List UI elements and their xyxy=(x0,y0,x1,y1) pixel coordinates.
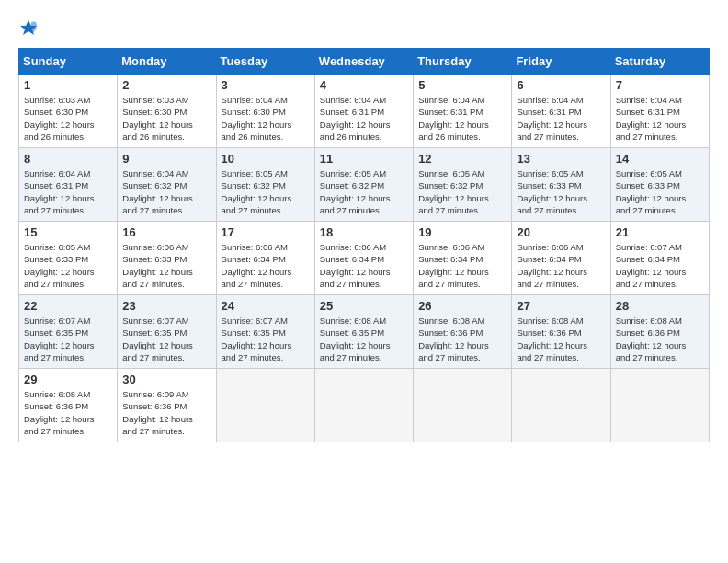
day-cell-27: 27Sunrise: 6:08 AMSunset: 6:36 PMDayligh… xyxy=(512,295,610,369)
day-info: Sunrise: 6:08 AMSunset: 6:36 PMDaylight:… xyxy=(517,315,605,363)
day-cell-9: 9Sunrise: 6:04 AMSunset: 6:32 PMDaylight… xyxy=(118,148,216,222)
day-number: 30 xyxy=(122,373,210,386)
day-info: Sunrise: 6:05 AMSunset: 6:33 PMDaylight:… xyxy=(24,241,112,290)
day-cell-29: 29Sunrise: 6:08 AMSunset: 6:36 PMDayligh… xyxy=(19,369,118,442)
day-number: 6 xyxy=(517,78,605,92)
calendar-table: SundayMondayTuesdayWednesdayThursdayFrid… xyxy=(18,48,710,442)
day-cell-6: 6Sunrise: 6:04 AMSunset: 6:31 PMDaylight… xyxy=(512,75,610,148)
day-info: Sunrise: 6:08 AMSunset: 6:36 PMDaylight:… xyxy=(616,315,704,363)
day-cell-17: 17Sunrise: 6:06 AMSunset: 6:34 PMDayligh… xyxy=(216,222,314,295)
day-cell-3: 3Sunrise: 6:04 AMSunset: 6:30 PMDaylight… xyxy=(216,75,314,148)
day-number: 24 xyxy=(222,299,310,313)
week-row-5: 29Sunrise: 6:08 AMSunset: 6:36 PMDayligh… xyxy=(19,369,710,442)
day-cell-16: 16Sunrise: 6:06 AMSunset: 6:33 PMDayligh… xyxy=(118,222,216,295)
logo-icon xyxy=(18,18,39,39)
empty-cell xyxy=(314,369,413,442)
day-header-sunday: Sunday xyxy=(19,49,118,75)
day-info: Sunrise: 6:04 AMSunset: 6:31 PMDaylight:… xyxy=(24,167,112,216)
day-cell-26: 26Sunrise: 6:08 AMSunset: 6:36 PMDayligh… xyxy=(414,295,512,369)
day-number: 15 xyxy=(24,225,112,239)
day-info: Sunrise: 6:07 AMSunset: 6:34 PMDaylight:… xyxy=(616,241,704,290)
day-number: 5 xyxy=(418,78,506,92)
day-number: 29 xyxy=(24,373,112,386)
day-number: 28 xyxy=(616,299,704,313)
day-info: Sunrise: 6:07 AMSunset: 6:35 PMDaylight:… xyxy=(122,315,210,363)
day-number: 12 xyxy=(418,152,506,166)
calendar-header-row: SundayMondayTuesdayWednesdayThursdayFrid… xyxy=(19,49,710,75)
day-number: 19 xyxy=(418,225,506,239)
day-info: Sunrise: 6:04 AMSunset: 6:30 PMDaylight:… xyxy=(222,94,310,143)
day-info: Sunrise: 6:08 AMSunset: 6:36 PMDaylight:… xyxy=(418,315,506,363)
empty-cell xyxy=(216,369,314,442)
day-cell-30: 30Sunrise: 6:09 AMSunset: 6:36 PMDayligh… xyxy=(118,369,216,442)
day-info: Sunrise: 6:08 AMSunset: 6:36 PMDaylight:… xyxy=(24,388,112,437)
day-info: Sunrise: 6:03 AMSunset: 6:30 PMDaylight:… xyxy=(24,94,112,143)
day-info: Sunrise: 6:03 AMSunset: 6:30 PMDaylight:… xyxy=(122,94,210,143)
empty-cell xyxy=(414,369,512,442)
day-header-saturday: Saturday xyxy=(610,49,709,75)
day-number: 27 xyxy=(517,299,605,313)
day-number: 14 xyxy=(616,152,704,166)
day-number: 26 xyxy=(418,299,506,313)
week-row-2: 8Sunrise: 6:04 AMSunset: 6:31 PMDaylight… xyxy=(19,148,710,222)
day-cell-18: 18Sunrise: 6:06 AMSunset: 6:34 PMDayligh… xyxy=(314,222,413,295)
day-info: Sunrise: 6:06 AMSunset: 6:34 PMDaylight:… xyxy=(222,241,310,290)
day-info: Sunrise: 6:07 AMSunset: 6:35 PMDaylight:… xyxy=(222,315,310,363)
day-info: Sunrise: 6:07 AMSunset: 6:35 PMDaylight:… xyxy=(24,315,112,363)
day-header-wednesday: Wednesday xyxy=(314,49,413,75)
day-info: Sunrise: 6:05 AMSunset: 6:33 PMDaylight:… xyxy=(616,167,704,216)
day-cell-20: 20Sunrise: 6:06 AMSunset: 6:34 PMDayligh… xyxy=(512,222,610,295)
day-number: 21 xyxy=(616,225,704,239)
day-number: 13 xyxy=(517,152,605,166)
day-info: Sunrise: 6:06 AMSunset: 6:33 PMDaylight:… xyxy=(122,241,210,290)
day-number: 25 xyxy=(320,299,408,313)
day-info: Sunrise: 6:04 AMSunset: 6:31 PMDaylight:… xyxy=(517,94,605,143)
empty-cell xyxy=(610,369,709,442)
day-cell-25: 25Sunrise: 6:08 AMSunset: 6:35 PMDayligh… xyxy=(314,295,413,369)
day-info: Sunrise: 6:09 AMSunset: 6:36 PMDaylight:… xyxy=(122,388,210,437)
day-cell-11: 11Sunrise: 6:05 AMSunset: 6:32 PMDayligh… xyxy=(314,148,413,222)
day-number: 18 xyxy=(320,225,408,239)
day-cell-1: 1Sunrise: 6:03 AMSunset: 6:30 PMDaylight… xyxy=(19,75,118,148)
day-info: Sunrise: 6:04 AMSunset: 6:31 PMDaylight:… xyxy=(616,94,704,143)
day-number: 11 xyxy=(320,152,408,166)
day-number: 20 xyxy=(517,225,605,239)
day-info: Sunrise: 6:04 AMSunset: 6:32 PMDaylight:… xyxy=(122,167,210,216)
day-info: Sunrise: 6:06 AMSunset: 6:34 PMDaylight:… xyxy=(320,241,408,290)
day-header-friday: Friday xyxy=(512,49,610,75)
day-cell-2: 2Sunrise: 6:03 AMSunset: 6:30 PMDaylight… xyxy=(118,75,216,148)
day-number: 3 xyxy=(222,78,310,92)
day-header-thursday: Thursday xyxy=(414,49,512,75)
week-row-3: 15Sunrise: 6:05 AMSunset: 6:33 PMDayligh… xyxy=(19,222,710,295)
day-cell-8: 8Sunrise: 6:04 AMSunset: 6:31 PMDaylight… xyxy=(19,148,118,222)
day-cell-28: 28Sunrise: 6:08 AMSunset: 6:36 PMDayligh… xyxy=(610,295,709,369)
day-number: 22 xyxy=(24,299,112,313)
day-info: Sunrise: 6:04 AMSunset: 6:31 PMDaylight:… xyxy=(320,94,408,143)
day-cell-10: 10Sunrise: 6:05 AMSunset: 6:32 PMDayligh… xyxy=(216,148,314,222)
logo xyxy=(18,18,42,39)
day-cell-14: 14Sunrise: 6:05 AMSunset: 6:33 PMDayligh… xyxy=(610,148,709,222)
day-number: 17 xyxy=(222,225,310,239)
day-number: 4 xyxy=(320,78,408,92)
day-info: Sunrise: 6:05 AMSunset: 6:32 PMDaylight:… xyxy=(222,167,310,216)
day-cell-23: 23Sunrise: 6:07 AMSunset: 6:35 PMDayligh… xyxy=(118,295,216,369)
day-header-monday: Monday xyxy=(118,49,216,75)
empty-cell xyxy=(512,369,610,442)
day-info: Sunrise: 6:05 AMSunset: 6:32 PMDaylight:… xyxy=(320,167,408,216)
day-info: Sunrise: 6:04 AMSunset: 6:31 PMDaylight:… xyxy=(418,94,506,143)
day-number: 8 xyxy=(24,152,112,166)
day-cell-22: 22Sunrise: 6:07 AMSunset: 6:35 PMDayligh… xyxy=(19,295,118,369)
page-header xyxy=(18,18,710,39)
week-row-4: 22Sunrise: 6:07 AMSunset: 6:35 PMDayligh… xyxy=(19,295,710,369)
day-number: 2 xyxy=(122,78,210,92)
day-info: Sunrise: 6:08 AMSunset: 6:35 PMDaylight:… xyxy=(320,315,408,363)
day-cell-4: 4Sunrise: 6:04 AMSunset: 6:31 PMDaylight… xyxy=(314,75,413,148)
day-info: Sunrise: 6:06 AMSunset: 6:34 PMDaylight:… xyxy=(517,241,605,290)
day-cell-19: 19Sunrise: 6:06 AMSunset: 6:34 PMDayligh… xyxy=(414,222,512,295)
week-row-1: 1Sunrise: 6:03 AMSunset: 6:30 PMDaylight… xyxy=(19,75,710,148)
day-header-tuesday: Tuesday xyxy=(216,49,314,75)
day-cell-7: 7Sunrise: 6:04 AMSunset: 6:31 PMDaylight… xyxy=(610,75,709,148)
day-cell-13: 13Sunrise: 6:05 AMSunset: 6:33 PMDayligh… xyxy=(512,148,610,222)
day-number: 16 xyxy=(122,225,210,239)
day-number: 1 xyxy=(24,78,112,92)
